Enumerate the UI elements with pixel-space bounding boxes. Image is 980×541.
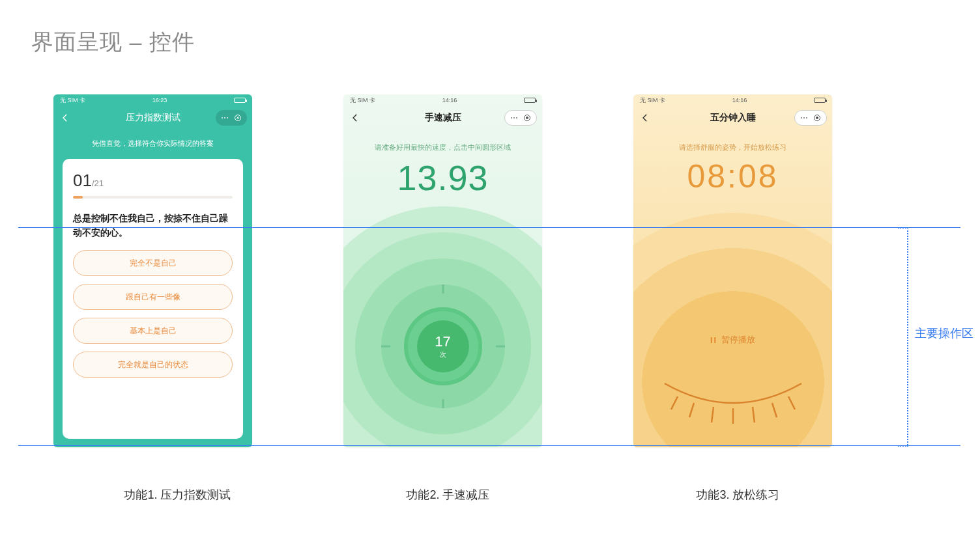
phone-stress-test: 无 SIM 卡 16:23 压力指数测试 ⋯ 凭借直觉，选择符合你实际情况的答案… <box>53 94 252 447</box>
guide-bracket <box>907 227 908 445</box>
svg-line-13 <box>753 407 755 423</box>
battery-icon <box>814 98 826 103</box>
hint-text: 请选择舒服的姿势，开始放松练习 <box>633 143 832 152</box>
carrier-text: 无 SIM 卡 <box>60 96 85 105</box>
close-icon <box>813 114 821 122</box>
countdown-timer: 08:08 <box>633 158 832 195</box>
elapsed-time: 13.93 <box>343 158 542 198</box>
option-button[interactable]: 基本上是自己 <box>73 318 233 344</box>
close-icon <box>523 114 531 122</box>
progress-current: 01 <box>73 171 92 190</box>
tap-target[interactable]: 17 次 <box>343 206 542 447</box>
carrier-text: 无 SIM 卡 <box>640 96 665 105</box>
guide-bracket-tick <box>898 445 908 447</box>
more-button[interactable]: ⋯ <box>798 111 811 124</box>
more-button[interactable]: ⋯ <box>508 111 521 124</box>
svg-line-15 <box>788 396 795 409</box>
carrier-text: 无 SIM 卡 <box>350 96 375 105</box>
close-button[interactable] <box>521 111 534 124</box>
status-time: 14:16 <box>442 97 457 104</box>
svg-point-8 <box>816 117 818 119</box>
svg-line-11 <box>712 407 713 423</box>
nav-bar: 五分钟入睡 ⋯ <box>633 106 832 130</box>
phones-row: 无 SIM 卡 16:23 压力指数测试 ⋯ 凭借直觉，选择符合你实际情况的答案… <box>0 94 980 447</box>
tap-unit: 次 <box>440 350 446 359</box>
nav-actions: ⋯ <box>794 110 827 126</box>
close-icon <box>234 114 242 122</box>
pause-icon: II <box>710 335 717 345</box>
status-time: 16:23 <box>152 97 167 104</box>
guide-line-bottom <box>18 445 960 446</box>
guide-line-top <box>18 227 960 228</box>
guide-bracket-tick <box>898 227 908 229</box>
phone-relax: 无 SIM 卡 14:16 五分钟入睡 ⋯ 请选择舒服的姿势，开始放松练习 08… <box>633 94 832 447</box>
nav-actions: ⋯ <box>216 110 247 126</box>
nav-bar: 压力指数测试 ⋯ <box>53 106 252 130</box>
progress-total: /21 <box>92 178 104 188</box>
main-area-label: 主要操作区 <box>915 326 973 341</box>
slide-title: 界面呈现 – 控件 <box>31 27 195 57</box>
status-bar: 无 SIM 卡 14:16 <box>633 94 832 106</box>
more-button[interactable]: ⋯ <box>218 111 231 124</box>
close-button[interactable] <box>231 111 244 124</box>
question-card: 01/21 总是控制不住我自己，按捺不住自己躁动不安的心。 完全不是自己 跟自己… <box>63 159 243 439</box>
option-button[interactable]: 完全就是自己的状态 <box>73 352 233 378</box>
tap-center[interactable]: 17 次 <box>417 320 469 372</box>
battery-icon <box>234 98 246 103</box>
option-button[interactable]: 完全不是自己 <box>73 250 233 276</box>
pause-button[interactable]: II 暂停播放 <box>633 334 832 346</box>
hint-text: 请准备好用最快的速度，点击中间圆形区域 <box>343 143 542 152</box>
progress-counter: 01/21 <box>73 171 233 191</box>
battery-icon <box>524 98 536 103</box>
svg-line-10 <box>689 403 694 417</box>
caption-phone2: 功能2. 手速减压 <box>349 487 547 503</box>
option-button[interactable]: 跟自己有一些像 <box>73 284 233 310</box>
svg-line-9 <box>671 396 678 409</box>
status-time: 14:16 <box>732 97 747 104</box>
phone-hand-speed: 无 SIM 卡 14:16 手速减压 ⋯ 请准备好用最快的速度，点击中间圆形区域… <box>343 94 542 447</box>
tap-count: 17 <box>435 333 450 350</box>
caption-phone3: 功能3. 放松练习 <box>639 487 837 503</box>
close-button[interactable] <box>811 111 824 124</box>
closed-eye-icon <box>658 377 808 429</box>
status-bar: 无 SIM 卡 16:23 <box>53 94 252 106</box>
status-bar: 无 SIM 卡 14:16 <box>343 94 542 106</box>
svg-line-14 <box>772 403 777 417</box>
hint-text: 凭借直觉，选择符合你实际情况的答案 <box>53 139 252 148</box>
captions-row: 功能1. 压力指数测试 功能2. 手速减压 功能3. 放松练习 <box>0 487 980 503</box>
svg-point-2 <box>526 117 528 119</box>
caption-phone1: 功能1. 压力指数测试 <box>78 487 277 503</box>
nav-actions: ⋯ <box>504 110 537 126</box>
progress-bar <box>73 196 233 199</box>
pause-label: 暂停播放 <box>721 334 755 346</box>
options-list: 完全不是自己 跟自己有一些像 基本上是自己 完全就是自己的状态 <box>73 250 233 378</box>
question-text: 总是控制不住我自己，按捺不住自己躁动不安的心。 <box>73 212 233 240</box>
nav-bar: 手速减压 ⋯ <box>343 106 542 130</box>
